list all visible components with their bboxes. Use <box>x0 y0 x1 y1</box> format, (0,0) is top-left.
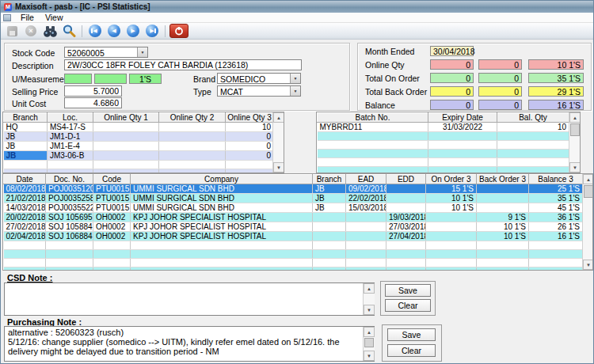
title-bar[interactable]: M Maxisoft - pasb - [IC - PSI Statistics… <box>1 1 593 13</box>
table-cell[interactable] <box>159 142 226 151</box>
month-ended-field[interactable]: 30/04/2018 <box>430 46 474 56</box>
table-cell[interactable]: MS4-17-S <box>48 123 93 132</box>
table-cell[interactable]: 14/03/2018 <box>4 203 46 213</box>
table-cell[interactable] <box>529 267 583 271</box>
table-row[interactable] <box>318 141 569 150</box>
table-cell[interactable]: 20/02/2018 <box>4 213 46 222</box>
table-cell[interactable] <box>477 203 529 213</box>
column-header[interactable]: Loc. <box>48 113 93 123</box>
table-cell[interactable] <box>93 123 159 132</box>
table-cell[interactable]: KPJ JOHOR SPECIALIST HOSPITAL <box>131 232 313 241</box>
table-row[interactable] <box>318 158 569 167</box>
table-cell[interactable] <box>93 142 159 151</box>
table-cell[interactable] <box>346 241 386 250</box>
scroll-down-icon[interactable]: ▼ <box>273 162 284 173</box>
table-cell[interactable] <box>497 150 569 158</box>
scroll-up-icon[interactable]: ▲ <box>583 174 593 184</box>
csd-note-textarea[interactable] <box>5 283 362 315</box>
table-cell[interactable] <box>93 259 131 267</box>
table-cell[interactable] <box>477 259 529 267</box>
table-cell[interactable]: 27/02/2018 <box>4 222 46 232</box>
scroll-up-icon[interactable]: ▲ <box>364 283 375 294</box>
table-cell[interactable]: 08/02/2018 <box>4 184 46 194</box>
table-cell[interactable]: 10 1'S <box>477 222 529 232</box>
table-cell[interactable]: JM3-06-B <box>48 151 93 161</box>
find-button[interactable] <box>41 24 59 39</box>
column-header[interactable]: Doc. No. <box>46 175 93 184</box>
table-cell[interactable] <box>529 250 583 259</box>
table-cell[interactable]: 19/03/2018 <box>386 213 426 222</box>
table-cell[interactable]: POJ0035258 <box>46 194 93 203</box>
table-cell[interactable]: 36 1'S <box>529 213 583 222</box>
table-cell[interactable] <box>93 241 131 250</box>
table-cell[interactable] <box>426 267 477 271</box>
branch-grid-scrollbar[interactable]: ▲ ▼ <box>272 112 284 173</box>
table-cell[interactable] <box>477 241 529 250</box>
exit-button[interactable] <box>169 24 188 38</box>
table-cell[interactable]: POJ0035120 <box>46 184 93 194</box>
table-row[interactable]: JBJM1-D-10 <box>4 132 274 142</box>
menu-file[interactable]: File <box>15 13 40 22</box>
zoom-button[interactable] <box>60 24 78 39</box>
table-cell[interactable]: JM1-D-1 <box>48 132 93 142</box>
description-field[interactable] <box>64 59 302 70</box>
table-cell[interactable] <box>313 267 346 271</box>
table-cell[interactable] <box>46 241 93 250</box>
table-cell[interactable] <box>4 259 46 267</box>
table-cell[interactable]: 10 <box>497 123 569 132</box>
table-cell[interactable]: 02/04/2018 <box>4 232 46 241</box>
table-cell[interactable] <box>477 184 529 194</box>
table-row[interactable]: JBJM3-06-B0 <box>4 151 274 161</box>
scroll-down-icon[interactable]: ▼ <box>364 305 375 315</box>
scroll-thumb[interactable] <box>570 123 580 136</box>
scroll-up-icon[interactable]: ▲ <box>273 112 284 123</box>
table-cell[interactable] <box>313 222 346 232</box>
table-cell[interactable] <box>4 161 48 169</box>
type-combo[interactable]: MCAT ▼ <box>217 85 301 97</box>
scroll-up-icon[interactable]: ▲ <box>569 112 581 123</box>
table-cell[interactable] <box>426 222 477 232</box>
table-cell[interactable] <box>131 259 313 267</box>
table-cell[interactable]: 22/02/2018 <box>346 194 386 203</box>
table-cell[interactable]: OH0002 <box>93 213 131 222</box>
table-cell[interactable]: 15/03/2018 <box>346 203 386 213</box>
scroll-thumb[interactable] <box>364 338 374 347</box>
table-cell[interactable] <box>46 250 93 259</box>
table-cell[interactable] <box>386 259 426 267</box>
table-cell[interactable]: OH0002 <box>93 222 131 232</box>
table-cell[interactable]: 45 1'S <box>529 203 583 213</box>
table-cell[interactable] <box>318 167 428 174</box>
table-cell[interactable] <box>93 267 131 271</box>
table-cell[interactable]: 0 <box>226 142 274 151</box>
selling-price-field[interactable] <box>64 85 122 97</box>
table-cell[interactable]: JB <box>313 184 346 194</box>
table-cell[interactable]: JB <box>313 194 346 203</box>
table-cell[interactable]: 16 1'S <box>529 232 583 241</box>
table-cell[interactable]: SOJ 106884 <box>46 232 93 241</box>
table-row[interactable]: 02/04/2018SOJ 106884OH0002KPJ JOHOR SPEC… <box>4 232 583 241</box>
table-cell[interactable]: PTU0015 <box>93 184 131 194</box>
table-cell[interactable] <box>318 132 428 141</box>
csd-note-scrollbar[interactable]: ▲ ▼ <box>363 283 375 315</box>
table-cell[interactable]: 27/03/2018 <box>386 222 426 232</box>
table-row[interactable]: HQMS4-17-S10 <box>4 123 274 132</box>
table-cell[interactable] <box>131 250 313 259</box>
column-header[interactable]: Online Qty 2 <box>159 113 226 123</box>
table-cell[interactable]: 15 1'S <box>426 184 477 194</box>
table-cell[interactable]: JB <box>4 151 48 161</box>
table-cell[interactable]: KPJ JOHOR SPECIALIST HOSPITAL <box>131 222 313 232</box>
table-cell[interactable]: 9 1'S <box>477 213 529 222</box>
menu-view[interactable]: View <box>40 13 69 22</box>
dropdown-arrow-icon[interactable]: ▼ <box>290 86 300 96</box>
table-cell[interactable]: 21/02/2018 <box>4 194 46 203</box>
batch-grid-scrollbar[interactable]: ▲ ▼ <box>569 112 581 173</box>
table-cell[interactable] <box>477 194 529 203</box>
table-cell[interactable] <box>318 158 428 167</box>
purchasing-clear-button[interactable]: Clear <box>387 344 436 357</box>
previous-record-button[interactable]: ◀ <box>105 24 123 39</box>
table-cell[interactable] <box>477 267 529 271</box>
table-cell[interactable]: 26 1'S <box>529 222 583 232</box>
table-cell[interactable] <box>226 161 274 169</box>
table-row[interactable]: 21/02/2018POJ0035258PTU0015UMMI SURGICAL… <box>4 194 583 203</box>
table-cell[interactable] <box>477 250 529 259</box>
